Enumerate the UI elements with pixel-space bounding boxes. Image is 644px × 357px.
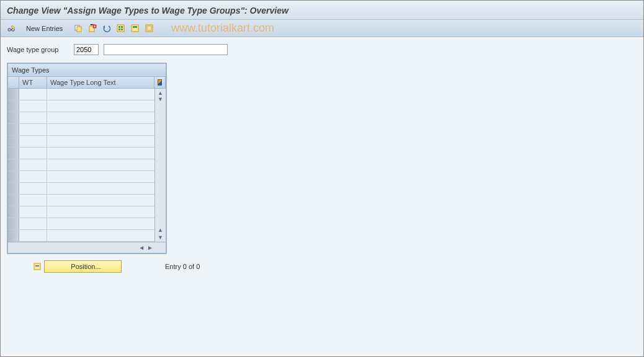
scroll-right-icon[interactable]: ► xyxy=(147,245,153,251)
undo-icon xyxy=(102,24,111,33)
deselect-all-icon xyxy=(145,24,154,33)
content-area: Wage type group Wage Types WT Wage Type … xyxy=(1,37,643,354)
table-row[interactable] xyxy=(8,136,154,148)
table-row[interactable] xyxy=(8,195,154,206)
position-icon xyxy=(34,262,42,271)
copy-icon xyxy=(74,24,83,33)
grid-title: Wage Types xyxy=(8,64,166,77)
pencil-glasses-icon xyxy=(7,24,17,33)
delete-button[interactable] xyxy=(86,22,99,35)
grid-header-config[interactable] xyxy=(154,77,166,88)
position-button[interactable]: Position... xyxy=(44,260,122,273)
delete-icon xyxy=(88,24,97,33)
wage-type-group-row: Wage type group xyxy=(7,44,637,55)
select-block-icon xyxy=(131,24,140,33)
svg-rect-11 xyxy=(132,25,138,32)
toolbar: New Entries xyxy=(1,20,643,37)
grid-header-row: WT Wage Type Long Text xyxy=(8,77,166,89)
undo-change-button[interactable] xyxy=(101,22,113,35)
table-row[interactable] xyxy=(8,171,154,183)
position-label: Position... xyxy=(71,263,101,270)
grid-horizontal-scrollbar[interactable]: ◄ ► xyxy=(8,242,166,253)
svg-rect-8 xyxy=(121,26,123,28)
select-all-button[interactable] xyxy=(115,22,127,35)
grid-rows xyxy=(8,89,154,242)
svg-rect-7 xyxy=(119,26,120,28)
svg-point-0 xyxy=(8,28,11,30)
wage-types-grid: Wage Types WT Wage Type Long Text xyxy=(7,63,167,254)
wage-type-group-desc-input[interactable] xyxy=(104,44,228,55)
select-block-button[interactable] xyxy=(129,22,141,35)
scroll-up-bottom-icon[interactable]: ▲ xyxy=(158,227,163,233)
svg-rect-16 xyxy=(35,265,39,267)
grid-header-selector[interactable] xyxy=(8,77,19,88)
svg-rect-9 xyxy=(119,29,120,30)
table-row[interactable] xyxy=(8,112,154,124)
svg-rect-12 xyxy=(133,26,137,28)
grid-header-wt[interactable]: WT xyxy=(19,77,47,88)
table-row[interactable] xyxy=(8,124,154,136)
grid-header-long-text[interactable]: Wage Type Long Text xyxy=(47,77,154,88)
footer-row: Position... Entry 0 of 0 xyxy=(7,260,637,273)
table-row[interactable] xyxy=(8,159,154,171)
grid-vertical-scrollbar[interactable]: ▲ ▼ ▲ ▼ xyxy=(154,89,166,242)
grid-body: ▲ ▼ ▲ ▼ xyxy=(8,89,166,242)
page-title: Change View "Assign Wage Types to Wage T… xyxy=(7,6,288,15)
scroll-down-bottom-icon[interactable]: ▼ xyxy=(158,234,163,240)
config-columns-icon xyxy=(158,79,162,86)
table-row[interactable] xyxy=(8,100,154,112)
watermark-text: www.tutorialkart.com xyxy=(171,22,274,35)
table-row[interactable] xyxy=(8,230,154,242)
page-title-bar: Change View "Assign Wage Types to Wage T… xyxy=(1,1,643,20)
svg-rect-3 xyxy=(77,27,81,32)
select-all-icon xyxy=(117,24,125,33)
wage-type-group-code-input[interactable] xyxy=(74,44,99,55)
table-row[interactable] xyxy=(8,148,154,159)
deselect-all-button[interactable] xyxy=(143,22,156,35)
new-entries-button[interactable]: New Entries xyxy=(21,22,68,35)
table-row[interactable] xyxy=(8,89,154,100)
scroll-left-icon[interactable]: ◄ xyxy=(138,245,145,251)
table-row[interactable] xyxy=(8,218,154,230)
scroll-down-icon[interactable]: ▼ xyxy=(158,96,163,102)
new-entries-label: New Entries xyxy=(26,25,63,32)
copy-as-button[interactable] xyxy=(72,22,84,35)
toggle-display-change-button[interactable] xyxy=(6,22,18,35)
wage-type-group-label: Wage type group xyxy=(7,46,69,53)
scroll-up-icon[interactable]: ▲ xyxy=(158,90,163,96)
table-row[interactable] xyxy=(8,183,154,195)
entry-status-text: Entry 0 of 0 xyxy=(165,263,200,270)
svg-rect-6 xyxy=(117,25,124,32)
svg-rect-10 xyxy=(121,29,123,30)
table-row[interactable] xyxy=(8,206,154,218)
